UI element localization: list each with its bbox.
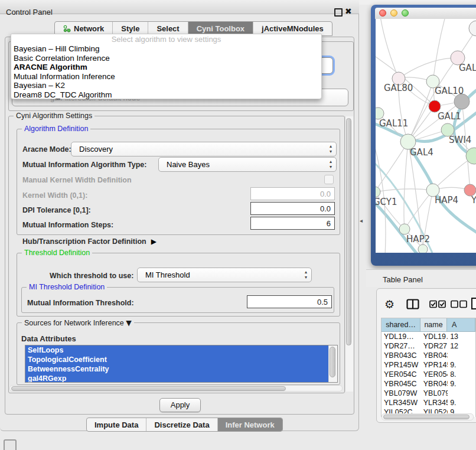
dpi-tolerance-field[interactable]: 0.0 — [250, 202, 335, 215]
gear-icon[interactable]: ⚙ — [384, 298, 395, 311]
columns-icon[interactable] — [406, 299, 419, 309]
node-label: HAP4 — [435, 195, 458, 206]
table-row[interactable]: YER054C YER054C 8. — [382, 370, 475, 379]
table-row[interactable]: YDL19… YDL19… 13 — [382, 332, 475, 341]
mi-steps-label: Mutual Information Steps: — [22, 221, 113, 229]
tab-discretize-data[interactable]: Discretize Data — [146, 418, 217, 431]
which-threshold-select[interactable]: MI Threshold ▴▾ — [137, 268, 312, 282]
table-row[interactable]: YDR27… YDR27… 12 — [382, 341, 475, 351]
node-bottom[interactable] — [418, 244, 428, 253]
apply-button[interactable]: Apply — [159, 398, 201, 412]
table-row[interactable]: YPR145W YPR145W 9. — [382, 360, 475, 370]
mi-steps-field[interactable]: 6 — [250, 217, 335, 230]
expand-arrow-icon: ▶ — [151, 237, 157, 246]
network-svg: GALGAL80GAL10GAL1GAL11SWI4GAL4GCY1HAP4YH… — [376, 19, 476, 253]
attributes-vscrollbar-thumb[interactable] — [330, 347, 335, 377]
node-label: GAL1 — [438, 111, 461, 122]
network-canvas[interactable]: GALGAL80GAL10GAL1GAL11SWI4GAL4GCY1HAP4YH… — [376, 19, 476, 253]
threshold-definition-title: Threshold Definition — [22, 249, 92, 257]
tab-impute-data[interactable]: Impute Data — [87, 418, 146, 431]
which-threshold-label: Which threshold to use: — [50, 272, 133, 280]
table-header-row: shared… name A — [382, 318, 475, 332]
node-label: GAL — [459, 63, 476, 73]
table-row[interactable]: YLR345W YLR345W 9. — [382, 398, 475, 407]
select-all-icon[interactable] — [429, 300, 446, 308]
hub-definition-toggle[interactable]: Hub/Transcription Factor Definition▶ — [22, 237, 157, 246]
kernel-width-label: Kernel Width (0,1): — [22, 191, 87, 200]
node-label: GCY1 — [376, 197, 397, 207]
network-edge — [380, 19, 399, 79]
cyni-bottom-tabs: Impute Data Discretize Data Infer Networ… — [86, 418, 283, 432]
collapse-arrow-icon: ▼ — [126, 318, 132, 327]
attribute-item[interactable]: TopologicalCoefficient — [25, 355, 328, 364]
tab-infer-network[interactable]: Infer Network — [218, 418, 282, 431]
mi-algorithm-type-label: Mutual Information Algorithm Type: — [22, 161, 146, 169]
node-label: GAL4 — [410, 147, 433, 158]
manual-kernel-width-checkbox[interactable] — [324, 175, 334, 184]
combo-arrows-icon: ▴▾ — [305, 270, 307, 280]
column-header-shared-name[interactable]: shared… — [382, 318, 420, 331]
network-edge — [433, 19, 445, 81]
attribute-item[interactable]: SelfLoops — [25, 345, 328, 355]
mi-threshold-field[interactable]: 0.5 — [247, 295, 332, 308]
data-attributes-list: SelfLoops TopologicalCoefficient Between… — [25, 345, 338, 383]
aracne-mode-select[interactable]: Discovery ▴▾ — [71, 142, 337, 156]
kernel-width-field[interactable]: 0.0 — [250, 187, 335, 200]
control-panel-titlebar — [0, 0, 359, 14]
mi-threshold-label: Mutual Information Threshold: — [27, 299, 134, 307]
network-edge — [462, 102, 470, 190]
dropdown-placeholder: Select algorithm to view settings — [11, 35, 321, 44]
manual-kernel-width-label: Manual Kernel Width Definition — [22, 176, 132, 184]
close-traffic-light-icon[interactable] — [379, 9, 386, 17]
node-table: shared… name A YDL19… YDL19… 13 YDR27… Y… — [381, 318, 476, 417]
algorithm-dropdown: Select algorithm to view settings Bayesi… — [11, 34, 322, 99]
combo-arrows-icon: ▴▾ — [330, 144, 332, 154]
panel-divider-grip[interactable]: ◂ — [360, 217, 363, 224]
dropdown-item[interactable]: Mutual Information Inference — [11, 72, 321, 81]
table-row[interactable]: YBR043C YBR043C — [382, 351, 475, 360]
dropdown-item[interactable]: Basic Correlation Inference — [11, 54, 321, 63]
mi-threshold-group-title: MI Threshold Definition — [27, 283, 107, 291]
mi-algorithm-type-select[interactable]: Naive Bayes ▴▾ — [158, 157, 337, 172]
algorithm-definition-title: Algorithm Definition — [22, 125, 90, 133]
column-header-partial[interactable]: A — [447, 318, 475, 331]
dropdown-item[interactable]: Dream8 DC_TDC Algorithm — [11, 90, 321, 100]
network-edge — [376, 201, 418, 253]
attribute-item[interactable]: BetweennessCentrality — [25, 364, 328, 374]
network-edge — [399, 58, 458, 79]
settings-vscrollbar-thumb[interactable] — [346, 118, 351, 345]
close-icon[interactable]: ✖ — [345, 6, 352, 16]
column-header-name[interactable]: name — [420, 318, 447, 331]
table-row[interactable]: YBR045C YBR045C 9. — [382, 379, 475, 389]
dpi-tolerance-label: DPI Tolerance [0,1]: — [22, 206, 91, 214]
node-gcy1[interactable] — [376, 187, 380, 197]
node-label: HAP2 — [406, 234, 430, 244]
aracne-mode-label: Aracne Mode: — [22, 145, 71, 154]
dropdown-item[interactable]: ARACNE Algorithm — [11, 63, 321, 72]
sources-group-title[interactable]: Sources for Network Inference ▼ — [22, 318, 134, 327]
control-panel-title: Control Panel — [6, 8, 53, 17]
float-window-icon[interactable] — [334, 8, 343, 17]
network-edge — [405, 190, 433, 229]
attribute-item[interactable]: gal4RGexp — [25, 374, 328, 383]
zoom-traffic-light-icon[interactable] — [402, 9, 409, 17]
minimize-traffic-light-icon[interactable] — [390, 9, 397, 17]
node-salmon[interactable] — [464, 184, 476, 196]
deselect-all-icon[interactable] — [451, 300, 468, 308]
node-gal1[interactable] — [429, 100, 441, 112]
node-label: GAL10 — [435, 86, 464, 96]
network-edge — [376, 142, 408, 192]
settings-hscrollbar-thumb[interactable] — [11, 386, 286, 391]
node-hap2[interactable] — [399, 224, 410, 234]
combo-arrows-icon: ▴▾ — [330, 159, 332, 169]
dropdown-item[interactable]: Bayesian – K2 — [11, 81, 321, 90]
dropdown-item[interactable]: Bayesian – Hill Climbing — [11, 44, 321, 54]
table-hscrollbar-thumb[interactable] — [383, 415, 470, 419]
minimized-panel-button[interactable] — [4, 439, 17, 450]
node-top-partial[interactable] — [469, 21, 476, 36]
network-edge — [404, 142, 408, 229]
node-label: GAL11 — [379, 118, 408, 129]
new-table-icon[interactable] — [471, 297, 476, 310]
dropdown-items: Bayesian – Hill Climbing Basic Correlati… — [11, 44, 321, 100]
table-row[interactable]: YBL079W YBL079W — [382, 389, 475, 398]
